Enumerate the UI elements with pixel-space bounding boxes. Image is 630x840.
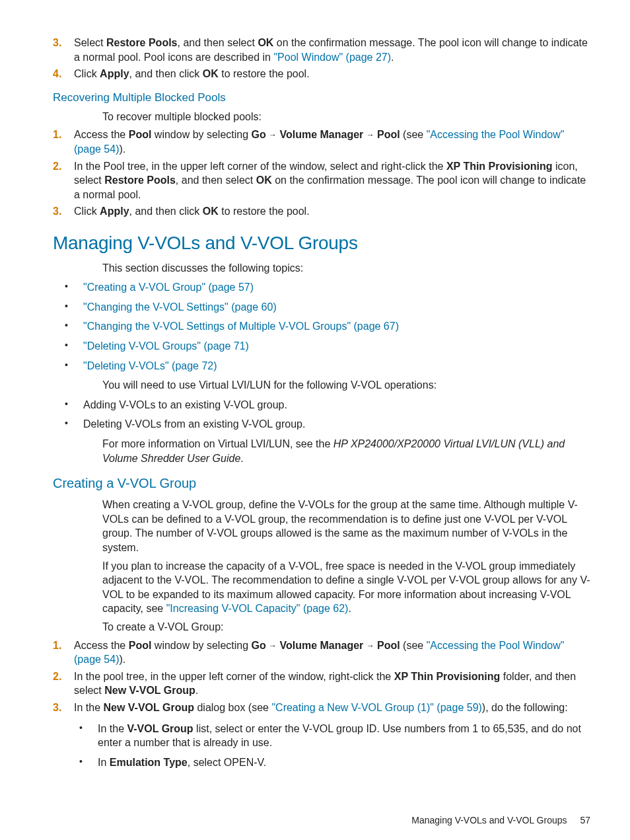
list-item: In the V-VOL Group list, select or enter… xyxy=(98,722,590,750)
step-number: 1. xyxy=(53,638,74,667)
step-body: In the New V-VOL Group dialog box (see "… xyxy=(74,701,590,775)
manage-intro: This section discusses the following top… xyxy=(102,261,590,276)
link-creating-new-vvol-group[interactable]: "Creating a New V-VOL Group (1)" (page 5… xyxy=(271,702,481,713)
step-number: 3. xyxy=(53,204,74,219)
create-steps: 1. Access the Pool window by selecting G… xyxy=(53,638,590,775)
recover-steps: 1. Access the Pool window by selecting G… xyxy=(53,128,590,219)
manage-post2: For more information on Virtual LVI/LUN,… xyxy=(102,437,590,465)
link-pool-window[interactable]: "Pool Window" (page 27) xyxy=(273,52,391,63)
create-p1: When creating a V-VOL group, define the … xyxy=(102,498,590,554)
step-body: Access the Pool window by selecting Go →… xyxy=(74,128,590,156)
arrow-icon: → xyxy=(363,641,377,650)
arrow-icon: → xyxy=(266,641,280,650)
step-number: 3. xyxy=(53,36,74,64)
link-changing-vvol-settings-multiple[interactable]: "Changing the V-VOL Settings of Multiple… xyxy=(83,321,399,332)
heading-managing-vvols: Managing V-VOLs and V-VOL Groups xyxy=(53,231,590,256)
step-number: 1. xyxy=(53,128,74,156)
create-p2: If you plan to increase the capacity of … xyxy=(102,559,590,616)
topic-links: "Creating a V-VOL Group" (page 57) "Chan… xyxy=(62,280,590,373)
step-number: 2. xyxy=(53,159,74,202)
link-increasing-vvol-capacity[interactable]: "Increasing V-VOL Capacity" (page 62) xyxy=(166,603,349,614)
step-number: 2. xyxy=(53,669,74,698)
heading-creating-vvol-group: Creating a V-VOL Group xyxy=(53,475,590,492)
step-body: Access the Pool window by selecting Go →… xyxy=(74,638,590,667)
recover-intro: To recover multiple blocked pools: xyxy=(102,110,590,124)
arrow-icon: → xyxy=(363,130,377,139)
step-number: 3. xyxy=(53,701,74,775)
heading-recovering-multiple: Recovering Multiple Blocked Pools xyxy=(53,91,590,106)
vvol-ops: Adding V-VOLs to an existing V-VOL group… xyxy=(62,398,590,432)
list-item: Deleting V-VOLs from an existing V-VOL g… xyxy=(83,417,590,432)
create-intro: To create a V-VOL Group: xyxy=(102,620,590,634)
step-body: In the Pool tree, in the upper left corn… xyxy=(74,159,590,202)
link-deleting-vvol-groups[interactable]: "Deleting V-VOL Groups" (page 71) xyxy=(83,340,249,352)
page-number: 57 xyxy=(580,815,590,825)
list-item: In Emulation Type, select OPEN-V. xyxy=(98,755,590,770)
step-body: In the pool tree, in the upper left corn… xyxy=(74,669,590,698)
link-creating-vvol-group[interactable]: "Creating a V-VOL Group" (page 57) xyxy=(83,282,254,293)
manage-post1: You will need to use Virtual LVI/LUN for… xyxy=(102,378,590,393)
create-sub-steps: In the V-VOL Group list, select or enter… xyxy=(77,722,590,770)
step-number: 4. xyxy=(53,67,74,81)
link-deleting-vvols[interactable]: "Deleting V-VOLs" (page 72) xyxy=(83,360,217,371)
step-body: Select Restore Pools, and then select OK… xyxy=(74,36,590,64)
link-changing-vvol-settings[interactable]: "Changing the V-VOL Settings" (page 60) xyxy=(83,301,277,313)
step-body: Click Apply, and then click OK to restor… xyxy=(74,67,590,81)
restore-pool-steps-cont: 3. Select Restore Pools, and then select… xyxy=(53,36,590,81)
arrow-icon: → xyxy=(266,130,280,139)
footer-title: Managing V-VOLs and V-VOL Groups xyxy=(411,815,567,825)
list-item: Adding V-VOLs to an existing V-VOL group… xyxy=(83,398,590,412)
step-body: Click Apply, and then click OK to restor… xyxy=(74,204,590,219)
page-footer: Managing V-VOLs and V-VOL Groups 57 xyxy=(53,814,590,827)
